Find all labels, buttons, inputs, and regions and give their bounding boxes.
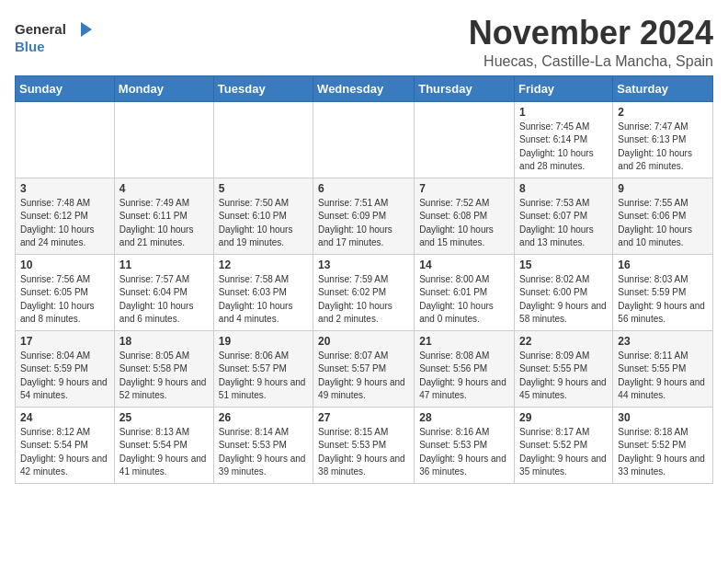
day-cell: 6Sunrise: 7:51 AM Sunset: 6:09 PM Daylig… (313, 178, 415, 254)
day-number: 1 (519, 106, 608, 119)
day-info: Sunrise: 8:12 AM Sunset: 5:54 PM Dayligh… (20, 426, 109, 479)
day-info: Sunrise: 8:11 AM Sunset: 5:55 PM Dayligh… (618, 350, 708, 403)
day-cell: 15Sunrise: 8:02 AM Sunset: 6:00 PM Dayli… (515, 254, 613, 330)
day-number: 28 (419, 411, 509, 424)
day-number: 3 (20, 182, 109, 195)
week-row-3: 10Sunrise: 7:56 AM Sunset: 6:05 PM Dayli… (16, 254, 713, 330)
day-cell: 27Sunrise: 8:15 AM Sunset: 5:53 PM Dayli… (313, 407, 415, 483)
day-number: 26 (219, 411, 308, 424)
day-cell: 4Sunrise: 7:49 AM Sunset: 6:11 PM Daylig… (114, 178, 213, 254)
weekday-header-row: SundayMondayTuesdayWednesdayThursdayFrid… (16, 75, 713, 101)
day-info: Sunrise: 8:06 AM Sunset: 5:57 PM Dayligh… (219, 350, 308, 403)
weekday-header-sunday: Sunday (16, 75, 115, 101)
day-info: Sunrise: 8:09 AM Sunset: 5:55 PM Dayligh… (519, 350, 608, 403)
day-info: Sunrise: 7:59 AM Sunset: 6:02 PM Dayligh… (318, 273, 409, 327)
weekday-header-wednesday: Wednesday (313, 75, 415, 101)
weekday-header-thursday: Thursday (415, 75, 515, 101)
day-number: 12 (219, 259, 308, 271)
day-cell: 19Sunrise: 8:06 AM Sunset: 5:57 PM Dayli… (213, 330, 313, 407)
day-number: 24 (20, 411, 109, 424)
day-info: Sunrise: 7:50 AM Sunset: 6:10 PM Dayligh… (219, 197, 308, 250)
day-info: Sunrise: 7:53 AM Sunset: 6:07 PM Dayligh… (519, 197, 608, 250)
location-title: Huecas, Castille-La Mancha, Spain (469, 53, 713, 70)
day-cell: 10Sunrise: 7:56 AM Sunset: 6:05 PM Dayli… (16, 254, 115, 330)
day-info: Sunrise: 8:16 AM Sunset: 5:53 PM Dayligh… (419, 426, 509, 479)
week-row-1: 1Sunrise: 7:45 AM Sunset: 6:14 PM Daylig… (16, 101, 713, 178)
day-number: 2 (618, 106, 708, 119)
day-info: Sunrise: 7:51 AM Sunset: 6:09 PM Dayligh… (318, 197, 409, 250)
day-number: 16 (618, 259, 708, 271)
day-cell: 9Sunrise: 7:55 AM Sunset: 6:06 PM Daylig… (613, 178, 713, 254)
day-cell: 29Sunrise: 8:17 AM Sunset: 5:52 PM Dayli… (515, 407, 613, 483)
day-info: Sunrise: 7:45 AM Sunset: 6:14 PM Dayligh… (519, 121, 608, 174)
day-info: Sunrise: 8:00 AM Sunset: 6:01 PM Dayligh… (419, 273, 509, 327)
day-cell (213, 101, 313, 178)
week-row-5: 24Sunrise: 8:12 AM Sunset: 5:54 PM Dayli… (16, 407, 713, 483)
day-info: Sunrise: 7:52 AM Sunset: 6:08 PM Dayligh… (419, 197, 509, 250)
day-number: 22 (519, 335, 608, 348)
day-number: 7 (419, 182, 509, 195)
day-info: Sunrise: 8:04 AM Sunset: 5:59 PM Dayligh… (20, 350, 109, 403)
day-info: Sunrise: 7:55 AM Sunset: 6:06 PM Dayligh… (618, 197, 708, 250)
day-info: Sunrise: 7:49 AM Sunset: 6:11 PM Dayligh… (119, 197, 209, 250)
day-number: 18 (119, 335, 209, 348)
day-info: Sunrise: 8:08 AM Sunset: 5:56 PM Dayligh… (419, 350, 509, 403)
day-cell: 12Sunrise: 7:58 AM Sunset: 6:03 PM Dayli… (213, 254, 313, 330)
day-number: 11 (119, 259, 209, 271)
day-info: Sunrise: 7:58 AM Sunset: 6:03 PM Dayligh… (219, 273, 308, 327)
day-cell: 24Sunrise: 8:12 AM Sunset: 5:54 PM Dayli… (16, 407, 115, 483)
day-cell: 17Sunrise: 8:04 AM Sunset: 5:59 PM Dayli… (16, 330, 115, 407)
day-cell: 8Sunrise: 7:53 AM Sunset: 6:07 PM Daylig… (515, 178, 613, 254)
day-info: Sunrise: 8:03 AM Sunset: 5:59 PM Dayligh… (618, 273, 708, 327)
day-cell: 3Sunrise: 7:48 AM Sunset: 6:12 PM Daylig… (16, 178, 115, 254)
day-number: 14 (419, 259, 509, 271)
day-cell (313, 101, 415, 178)
weekday-header-friday: Friday (515, 75, 613, 101)
day-number: 20 (318, 335, 409, 348)
weekday-header-tuesday: Tuesday (213, 75, 313, 101)
day-number: 23 (618, 335, 708, 348)
day-cell: 7Sunrise: 7:52 AM Sunset: 6:08 PM Daylig… (415, 178, 515, 254)
day-info: Sunrise: 7:57 AM Sunset: 6:04 PM Dayligh… (119, 273, 209, 327)
day-cell: 28Sunrise: 8:16 AM Sunset: 5:53 PM Dayli… (415, 407, 515, 483)
day-cell: 2Sunrise: 7:47 AM Sunset: 6:13 PM Daylig… (613, 101, 713, 178)
day-cell (415, 101, 515, 178)
day-number: 9 (618, 182, 708, 195)
day-cell: 13Sunrise: 7:59 AM Sunset: 6:02 PM Dayli… (313, 254, 415, 330)
day-cell: 18Sunrise: 8:05 AM Sunset: 5:58 PM Dayli… (114, 330, 213, 407)
day-number: 4 (119, 182, 209, 195)
svg-marker-1 (81, 22, 92, 37)
weekday-header-saturday: Saturday (613, 75, 713, 101)
day-cell: 16Sunrise: 8:03 AM Sunset: 5:59 PM Dayli… (613, 254, 713, 330)
day-number: 21 (419, 335, 509, 348)
day-info: Sunrise: 8:14 AM Sunset: 5:53 PM Dayligh… (219, 426, 308, 479)
day-cell (16, 101, 115, 178)
day-number: 17 (20, 335, 109, 348)
day-number: 13 (318, 259, 409, 271)
day-cell: 22Sunrise: 8:09 AM Sunset: 5:55 PM Dayli… (515, 330, 613, 407)
day-number: 15 (519, 259, 608, 271)
svg-text:General: General (15, 21, 66, 37)
day-number: 29 (519, 411, 608, 424)
day-cell: 21Sunrise: 8:08 AM Sunset: 5:56 PM Dayli… (415, 330, 515, 407)
day-info: Sunrise: 7:56 AM Sunset: 6:05 PM Dayligh… (20, 273, 109, 327)
day-cell: 25Sunrise: 8:13 AM Sunset: 5:54 PM Dayli… (114, 407, 213, 483)
day-number: 6 (318, 182, 409, 195)
logo: GeneralBlue (15, 18, 125, 55)
day-info: Sunrise: 8:13 AM Sunset: 5:54 PM Dayligh… (119, 426, 209, 479)
week-row-4: 17Sunrise: 8:04 AM Sunset: 5:59 PM Dayli… (16, 330, 713, 407)
day-number: 30 (618, 411, 708, 424)
title-area: November 2024 Huecas, Castille-La Mancha… (469, 15, 713, 70)
day-cell (114, 101, 213, 178)
weekday-header-monday: Monday (114, 75, 213, 101)
logo-svg: GeneralBlue (15, 18, 125, 55)
day-number: 25 (119, 411, 209, 424)
day-info: Sunrise: 7:48 AM Sunset: 6:12 PM Dayligh… (20, 197, 109, 250)
page-header: GeneralBlue November 2024 Huecas, Castil… (15, 15, 713, 70)
day-info: Sunrise: 7:47 AM Sunset: 6:13 PM Dayligh… (618, 121, 708, 174)
day-info: Sunrise: 8:17 AM Sunset: 5:52 PM Dayligh… (519, 426, 608, 479)
month-title: November 2024 (469, 15, 713, 52)
day-number: 10 (20, 259, 109, 271)
day-number: 27 (318, 411, 409, 424)
calendar-table: SundayMondayTuesdayWednesdayThursdayFrid… (15, 75, 713, 484)
